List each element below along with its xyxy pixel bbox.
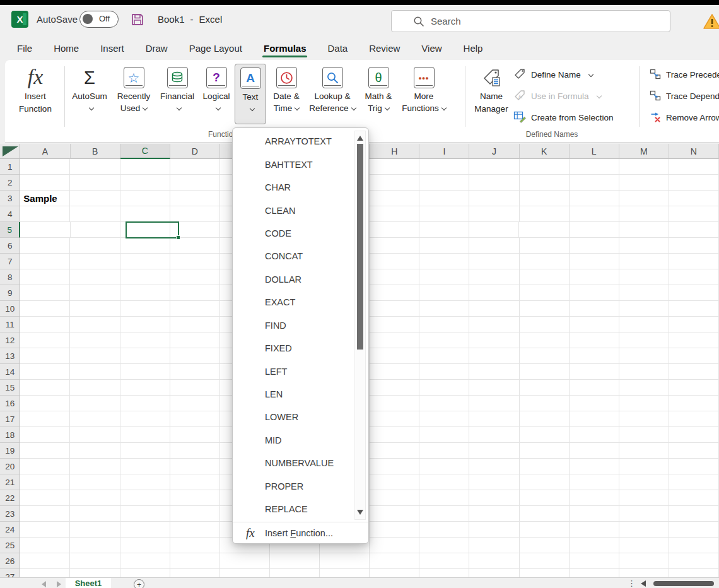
row-header-11[interactable]: 11 (0, 317, 20, 332)
cell-L5[interactable] (570, 222, 619, 238)
cell-M20[interactable] (619, 459, 669, 474)
cell-N26[interactable] (669, 553, 719, 569)
column-header-L[interactable]: L (570, 144, 619, 159)
cell-N20[interactable] (669, 459, 719, 474)
cell-K12[interactable] (520, 332, 570, 348)
column-header-B[interactable]: B (71, 144, 120, 159)
cell-L3[interactable] (570, 191, 619, 206)
cell-L24[interactable] (570, 522, 619, 538)
cell-J4[interactable] (469, 206, 519, 222)
cell-B25[interactable] (70, 538, 120, 553)
cell-B23[interactable] (70, 506, 120, 522)
dropdown-item-len[interactable]: LEN (233, 383, 352, 406)
cell-N7[interactable] (669, 254, 719, 269)
tab-insert[interactable]: Insert (98, 40, 126, 60)
cell-C25[interactable] (120, 538, 170, 553)
row-header-21[interactable]: 21 (0, 474, 20, 490)
cell-D16[interactable] (170, 396, 220, 411)
tab-file[interactable]: File (15, 40, 34, 60)
cell-E26[interactable] (220, 553, 270, 569)
dropdown-item-proper[interactable]: PROPER (233, 475, 352, 498)
warning-icon[interactable] (703, 13, 719, 33)
cell-J15[interactable] (469, 380, 519, 396)
dropdown-item-numbervalue[interactable]: NUMBERVALUE (233, 452, 352, 474)
cell-D2[interactable] (170, 175, 220, 191)
add-sheet-button[interactable]: + (134, 579, 144, 588)
cell-H23[interactable] (370, 506, 419, 522)
cell-I3[interactable] (419, 191, 469, 206)
row-header-5[interactable]: 5 (0, 222, 20, 238)
cell-N5[interactable] (669, 222, 719, 238)
row-header-15[interactable]: 15 (0, 380, 20, 396)
name-manager-button[interactable]: Name Manager (469, 64, 513, 115)
column-header-H[interactable]: H (370, 144, 419, 159)
cell-A24[interactable] (20, 522, 70, 538)
row-header-25[interactable]: 25 (0, 538, 20, 553)
cell-D18[interactable] (170, 427, 220, 443)
cell-M7[interactable] (619, 254, 669, 269)
cell-N23[interactable] (669, 506, 719, 522)
cell-N15[interactable] (669, 380, 719, 396)
cell-B20[interactable] (70, 459, 120, 474)
cell-M22[interactable] (619, 490, 669, 506)
active-cell-selection[interactable] (126, 221, 179, 238)
dropdown-item-char[interactable]: CHAR (233, 176, 352, 199)
search-box[interactable] (391, 10, 670, 32)
cell-D10[interactable] (170, 301, 220, 317)
cell-J19[interactable] (469, 443, 519, 459)
cell-D15[interactable] (170, 380, 220, 396)
cell-J7[interactable] (469, 254, 519, 269)
cell-C16[interactable] (120, 396, 170, 411)
row-header-19[interactable]: 19 (0, 443, 20, 459)
cell-M25[interactable] (619, 538, 669, 553)
row-header-22[interactable]: 22 (0, 490, 20, 506)
cell-I26[interactable] (419, 553, 469, 569)
cell-D20[interactable] (170, 459, 220, 474)
cell-H13[interactable] (370, 348, 419, 364)
cell-K22[interactable] (520, 490, 570, 506)
tab-draw[interactable]: Draw (144, 40, 170, 60)
cell-B7[interactable] (70, 254, 120, 269)
cell-M24[interactable] (619, 522, 669, 538)
logical-button[interactable]: ?Logical (198, 64, 235, 124)
cell-D6[interactable] (170, 238, 220, 254)
cell-I16[interactable] (419, 396, 469, 411)
cell-C7[interactable] (120, 254, 170, 269)
sheet-nav-right-icon[interactable] (57, 581, 61, 587)
cell-K13[interactable] (520, 348, 570, 364)
cell-J27[interactable] (469, 569, 519, 577)
row-header-13[interactable]: 13 (0, 348, 20, 364)
cell-C2[interactable] (120, 175, 170, 191)
cell-J9[interactable] (469, 285, 519, 301)
define-name-button[interactable]: Define Name (513, 64, 614, 85)
cell-J11[interactable] (469, 317, 519, 332)
cell-B24[interactable] (70, 522, 120, 538)
column-header-M[interactable]: M (619, 144, 669, 159)
cell-L8[interactable] (570, 269, 619, 285)
dropdown-item-lower[interactable]: LOWER (233, 406, 352, 428)
cell-J12[interactable] (469, 332, 519, 348)
cell-M23[interactable] (619, 506, 669, 522)
cell-B17[interactable] (70, 411, 120, 427)
cell-B4[interactable] (70, 206, 120, 222)
cell-L11[interactable] (570, 317, 619, 332)
cell-L26[interactable] (570, 553, 619, 569)
cell-B8[interactable] (70, 269, 120, 285)
cell-C8[interactable] (120, 269, 170, 285)
cell-J13[interactable] (469, 348, 519, 364)
row-header-26[interactable]: 26 (0, 553, 20, 569)
cell-I10[interactable] (419, 301, 469, 317)
dropdown-item-replace[interactable]: REPLACE (233, 498, 352, 520)
cell-F26[interactable] (270, 553, 320, 569)
cell-D24[interactable] (170, 522, 220, 538)
cell-M19[interactable] (619, 443, 669, 459)
row-header-18[interactable]: 18 (0, 427, 20, 443)
cell-H26[interactable] (370, 553, 419, 569)
autosave-toggle[interactable]: Off (79, 11, 119, 28)
cell-I11[interactable] (419, 317, 469, 332)
cell-L6[interactable] (570, 238, 619, 254)
cell-L9[interactable] (570, 285, 619, 301)
cell-M9[interactable] (619, 285, 669, 301)
cell-K17[interactable] (520, 411, 570, 427)
cell-A18[interactable] (20, 427, 70, 443)
